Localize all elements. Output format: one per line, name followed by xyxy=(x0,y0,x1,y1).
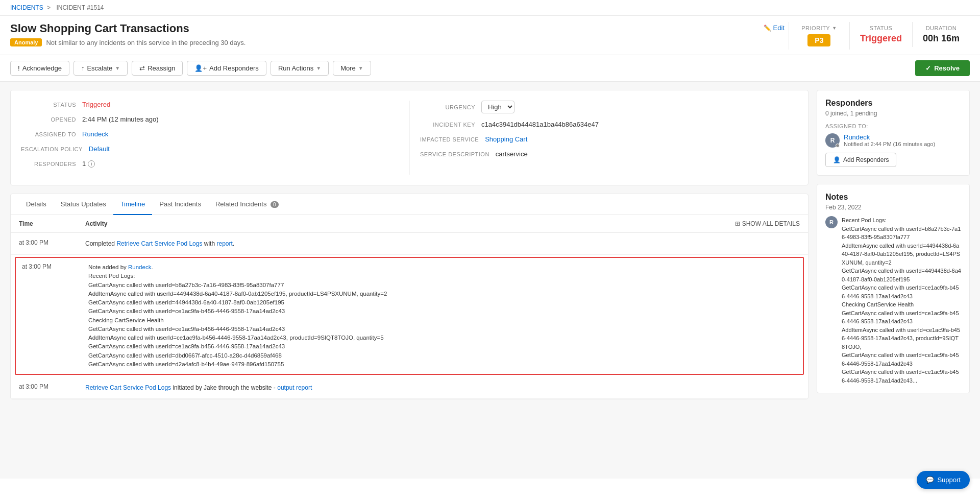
service-description-key: SERVICE DESCRIPTION xyxy=(420,151,496,157)
escalate-icon: ↑ xyxy=(81,64,85,72)
rundeck-link[interactable]: Rundeck xyxy=(128,264,151,270)
add-person-icon: 👤+ xyxy=(194,64,207,72)
add-person-icon-small: 👤 xyxy=(833,156,841,163)
status-key: STATUS xyxy=(21,102,82,108)
priority-label: PRIORITY ▼ xyxy=(799,25,839,31)
info-card: STATUS Triggered OPENED 2:44 PM (12 minu… xyxy=(10,90,808,185)
urgency-key: URGENCY xyxy=(420,104,481,110)
impacted-service-row: IMPACTED SERVICE Shopping Cart xyxy=(420,135,798,143)
duration-block: DURATION 00h 16m xyxy=(913,22,970,47)
timeline-activity-3: Retrieve Cart Service Pod Logs initiated… xyxy=(85,383,800,392)
checkmark-icon: ✓ xyxy=(925,64,931,72)
incident-key-row: INCIDENT KEY c1a4c3941db44481a1ba44b86a6… xyxy=(420,121,798,128)
responders-count: 1 xyxy=(82,160,86,168)
info-grid: STATUS Triggered OPENED 2:44 PM (12 minu… xyxy=(21,101,798,175)
urgency-select[interactable]: High Low xyxy=(481,101,514,113)
main-content: STATUS Triggered OPENED 2:44 PM (12 minu… xyxy=(0,82,980,479)
escalation-policy-key: ESCALATION POLICY xyxy=(21,146,89,152)
assigned-to-row: ASSIGNED TO Rundeck xyxy=(21,130,389,138)
timeline-time-highlighted: at 3:00 PM xyxy=(22,263,88,270)
escalate-button[interactable]: ↑ Escalate ▼ xyxy=(74,61,128,76)
responder-avatar: R xyxy=(825,133,840,148)
breadcrumb-separator: > xyxy=(47,4,51,11)
timeline-activity: Completed Retrieve Cart Service Pod Logs… xyxy=(85,239,800,248)
responders-subtitle: 0 joined, 1 pending xyxy=(825,110,961,117)
status-value: Triggered xyxy=(82,101,110,108)
tab-related-incidents[interactable]: Related Incidents 0 xyxy=(208,194,286,215)
reassign-icon: ⇄ xyxy=(139,64,145,72)
tab-details[interactable]: Details xyxy=(19,194,54,215)
notes-date: Feb 23, 2022 xyxy=(825,204,961,211)
incident-header: Slow Shopping Cart Transactions Anomaly … xyxy=(0,16,980,55)
incident-id-breadcrumb: INCIDENT #1514 xyxy=(56,4,104,11)
responders-title: Responders xyxy=(825,99,961,108)
status-value: Triggered xyxy=(860,33,902,44)
related-incidents-badge: 0 xyxy=(271,201,279,208)
priority-dropdown-arrow[interactable]: ▼ xyxy=(832,26,837,31)
info-left: STATUS Triggered OPENED 2:44 PM (12 minu… xyxy=(21,101,409,175)
timeline-time-3: at 3:00 PM xyxy=(19,383,85,390)
escalation-policy-value[interactable]: Default xyxy=(89,145,110,153)
impacted-service-value[interactable]: Shopping Cart xyxy=(485,135,527,143)
responder-name[interactable]: Rundeck xyxy=(844,133,935,141)
anomaly-row: Anomaly Not similar to any incidents on … xyxy=(10,38,760,46)
tab-status-updates[interactable]: Status Updates xyxy=(54,194,113,215)
incidents-link[interactable]: INCIDENTS xyxy=(10,4,43,11)
opened-value: 2:44 PM (12 minutes ago) xyxy=(82,115,159,123)
impacted-service-key: IMPACTED SERVICE xyxy=(420,136,485,142)
incident-key-key: INCIDENT KEY xyxy=(420,122,481,128)
timeline-row-3: at 3:00 PM Retrieve Cart Service Pod Log… xyxy=(11,377,808,399)
show-all-details-button[interactable]: ⊞ SHOW ALL DETAILS xyxy=(735,220,800,227)
responders-row: RESPONDERS 1 i xyxy=(21,160,389,168)
left-panel: STATUS Triggered OPENED 2:44 PM (12 minu… xyxy=(10,90,808,470)
resolve-button[interactable]: ✓ Resolve xyxy=(915,60,970,76)
incident-title: Slow Shopping Cart Transactions xyxy=(10,22,760,35)
edit-button[interactable]: Edit xyxy=(760,22,789,34)
info-right: URGENCY High Low INCIDENT KEY c1a4c3941d… xyxy=(409,101,798,175)
add-responders-card-button[interactable]: 👤 Add Responders xyxy=(825,153,896,167)
add-responders-button[interactable]: 👤+ Add Responders xyxy=(187,61,266,76)
support-button[interactable]: 💬 Support xyxy=(917,471,970,479)
responders-value-row: 1 i xyxy=(82,160,95,168)
run-actions-button[interactable]: Run Actions ▼ xyxy=(271,61,329,76)
retrieve-logs-link[interactable]: Retrieve Cart Service Pod Logs xyxy=(85,384,171,391)
notes-card: Notes Feb 23, 2022 R Recent Pod Logs: Ge… xyxy=(817,184,970,393)
reassign-button[interactable]: ⇄ Reassign xyxy=(132,61,183,76)
timeline-row: at 3:00 PM Completed Retrieve Cart Servi… xyxy=(11,233,808,255)
right-panel: Responders 0 joined, 1 pending ASSIGNED … xyxy=(817,90,970,470)
opened-key: OPENED xyxy=(21,116,82,123)
support-icon: 💬 xyxy=(926,476,934,479)
acknowledge-button[interactable]: ! Acknowledge xyxy=(10,61,69,76)
activity-link-1[interactable]: Retrieve Cart Service Pod Logs xyxy=(116,240,202,247)
time-column-header: Time xyxy=(19,220,85,227)
more-dropdown-arrow: ▼ xyxy=(358,65,363,71)
responder-status-dot xyxy=(836,144,840,148)
urgency-row: URGENCY High Low xyxy=(420,101,798,113)
acknowledge-icon: ! xyxy=(18,64,20,72)
run-actions-dropdown-arrow: ▼ xyxy=(316,65,321,71)
tabs-card: Details Status Updates Timeline Past Inc… xyxy=(10,194,808,399)
opened-row: OPENED 2:44 PM (12 minutes ago) xyxy=(21,115,389,123)
activity-link-2[interactable]: report xyxy=(216,240,232,247)
responder-info: Rundeck Notified at 2:44 PM (16 minutes … xyxy=(844,133,935,147)
status-block: STATUS Triggered xyxy=(850,22,913,47)
note-avatar: R xyxy=(825,216,838,228)
tab-past-incidents[interactable]: Past Incidents xyxy=(152,194,208,215)
status-row: STATUS Triggered xyxy=(21,101,389,108)
duration-value: 00h 16m xyxy=(923,33,960,44)
notes-title: Notes xyxy=(825,193,961,202)
tab-timeline[interactable]: Timeline xyxy=(113,194,153,215)
activity-column-header: Activity xyxy=(85,220,735,227)
output-report-link[interactable]: output report xyxy=(277,384,312,391)
responders-info-icon[interactable]: i xyxy=(88,160,95,168)
incident-title-block: Slow Shopping Cart Transactions Anomaly … xyxy=(10,22,760,46)
assigned-to-value[interactable]: Rundeck xyxy=(82,130,108,138)
more-button[interactable]: More ▼ xyxy=(333,61,371,76)
escalation-policy-row: ESCALATION POLICY Default xyxy=(21,145,389,153)
assigned-to-key: ASSIGNED TO xyxy=(21,131,82,137)
status-label-top: STATUS xyxy=(860,25,902,31)
assigned-to-label: ASSIGNED TO: xyxy=(825,123,961,129)
timeline-header-row: Time Activity ⊞ SHOW ALL DETAILS xyxy=(11,215,808,233)
p3-badge[interactable]: P3 xyxy=(807,34,830,46)
responders-key: RESPONDERS xyxy=(21,161,82,167)
